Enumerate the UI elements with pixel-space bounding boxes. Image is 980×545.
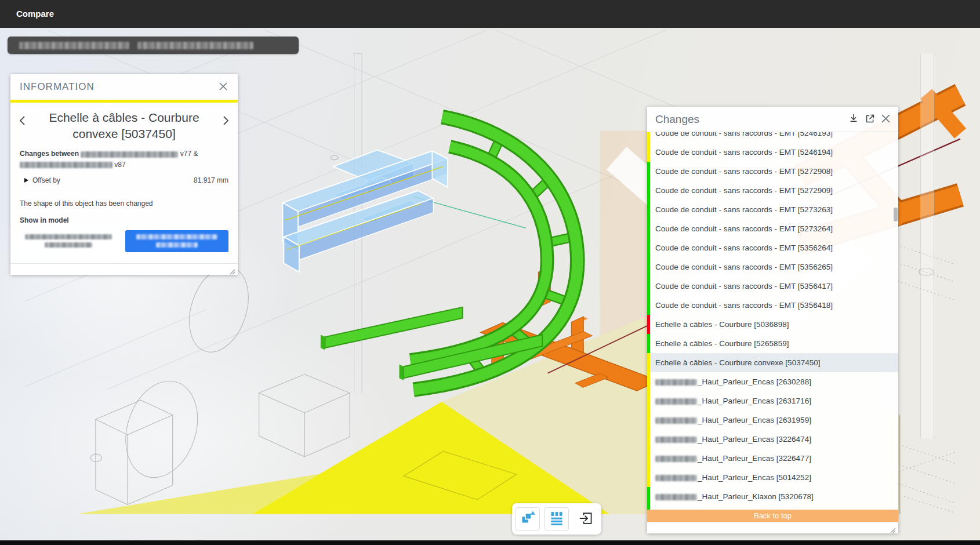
- next-object-button[interactable]: [222, 114, 231, 129]
- app-title: Compare: [0, 0, 980, 28]
- exit-compare-button[interactable]: [574, 507, 598, 531]
- changes-panel: Changes Coude de: [647, 107, 898, 533]
- change-row-label: _Haut_Parleur_Encas [3226474]: [655, 435, 811, 444]
- change-row-label: _Haut_Parleur_Encas [2631959]: [655, 416, 811, 424]
- change-row[interactable]: _Haut_Parleur_Encas [3226477]: [647, 449, 898, 468]
- compare-display-icon: [519, 510, 536, 529]
- show-in-model-buttons: [10, 224, 238, 252]
- model-versions-pill[interactable]: [8, 37, 299, 54]
- viewer-toolbar: [512, 503, 601, 535]
- object-title: Echelle à câbles - Courbure convexe [503…: [28, 110, 220, 141]
- status-indicator-yellow: [647, 143, 650, 162]
- status-indicator-green: [647, 296, 650, 315]
- status-indicator-yellow: [647, 410, 650, 430]
- change-row[interactable]: Coude de conduit - sans raccords - EMT […: [647, 200, 898, 219]
- change-row[interactable]: Echelle à câbles - Courbure [5265859]: [647, 334, 898, 353]
- close-information-button[interactable]: [218, 81, 228, 93]
- redacted-model-name-a: [19, 42, 129, 49]
- change-row[interactable]: Coude de conduit - sans raccords - EMT […: [647, 143, 898, 162]
- change-row-label: _Haut_Parleur_Encas [5014252]: [655, 473, 811, 482]
- change-row-label: _Haut_Parleur_Encas [3226477]: [655, 454, 811, 463]
- change-row[interactable]: _Haut_Parleur_Encas [2631959]: [647, 410, 898, 430]
- change-row-label: Coude de conduit - sans raccords - EMT […: [655, 282, 833, 290]
- status-indicator-yellow: [647, 132, 650, 143]
- change-row[interactable]: Coude de conduit - sans raccords - EMT […: [647, 162, 898, 181]
- download-changes-button[interactable]: [847, 112, 860, 126]
- change-row[interactable]: _Haut_Parleur_Encas [3226474]: [647, 430, 898, 449]
- change-row[interactable]: Coude de conduit - sans raccords - EMT […: [647, 257, 898, 277]
- change-row[interactable]: Echelle à câbles - Courbure [5036898]: [647, 315, 898, 334]
- resize-handle-icon[interactable]: [890, 525, 896, 531]
- changes-panel-title: Changes: [655, 113, 699, 126]
- offset-row[interactable]: Offset by 81.917 mm: [10, 170, 238, 184]
- status-indicator-green: [647, 200, 650, 219]
- bottom-edge-strip: [0, 540, 980, 545]
- change-row[interactable]: Coude de conduit - sans raccords - EMT […: [647, 277, 898, 296]
- change-row[interactable]: _Haut_Parleur_Encas [5014252]: [647, 468, 898, 487]
- change-row-label: Echelle à câbles - Courbure [5036898]: [655, 320, 789, 329]
- status-indicator-green: [647, 238, 650, 257]
- change-row[interactable]: Coude de conduit - sans raccords - EMT […: [647, 296, 898, 315]
- status-indicator-green: [647, 162, 650, 181]
- redacted-version-b: [20, 162, 112, 168]
- offset-value: 81.917 mm: [194, 176, 228, 184]
- redacted-button-label: [25, 234, 112, 239]
- show-in-model-label: Show in model: [10, 216, 238, 224]
- translucent-column: [921, 54, 934, 439]
- change-row-label: Coude de conduit - sans raccords - EMT […: [655, 244, 833, 252]
- change-row[interactable]: _Haut_Parleur_Klaxon [5320678]: [647, 487, 898, 506]
- change-row[interactable]: _Haut_Parleur_Encas [2631716]: [647, 391, 898, 410]
- show-version-b-button[interactable]: [125, 230, 228, 252]
- change-row-label: Coude de conduit - sans raccords - EMT […: [655, 224, 833, 233]
- expander-triangle-icon: [24, 178, 28, 183]
- status-indicator-yellow: [647, 468, 650, 487]
- back-to-top-button[interactable]: Back to top: [647, 510, 898, 522]
- change-row-label: Coude de conduit - sans raccords - EMT […: [655, 205, 833, 214]
- change-row-label: _Haut_Parleur_Klaxon [5320678]: [655, 492, 814, 501]
- status-indicator-yellow: [647, 372, 650, 391]
- chevron-left-icon: [19, 119, 26, 128]
- status-indicator-green: [647, 257, 650, 277]
- redacted-version-a: [81, 151, 178, 158]
- change-row-label: Echelle à câbles - Courbure convexe [503…: [655, 358, 820, 367]
- redacted-button-label: [156, 242, 198, 248]
- information-panel-header: INFORMATION: [10, 74, 238, 100]
- status-indicator-yellow: [647, 430, 650, 449]
- change-row[interactable]: Echelle à câbles - Courbure convexe [503…: [647, 353, 898, 372]
- change-row[interactable]: Coude de conduit - sans raccords - EMT […: [647, 219, 898, 238]
- resize-handle-icon[interactable]: [230, 267, 235, 272]
- redacted-prefix: [655, 398, 697, 405]
- information-panel: INFORMATION Echelle à câbles - Courbure …: [10, 74, 238, 275]
- change-list-icon: [548, 510, 565, 529]
- change-list-button[interactable]: [545, 507, 569, 531]
- old-position-object-blue[interactable]: [282, 150, 448, 272]
- redacted-prefix: [655, 475, 697, 481]
- change-row-label: Coude de conduit - sans raccords - EMT […: [655, 148, 833, 157]
- redacted-button-label: [136, 234, 217, 239]
- redacted-prefix: [655, 437, 697, 443]
- redacted-prefix: [655, 494, 697, 500]
- compare-display-mode-button[interactable]: [516, 507, 540, 531]
- close-changes-button[interactable]: [880, 113, 891, 126]
- change-row-label: Coude de conduit - sans raccords - EMT […: [655, 167, 833, 176]
- change-row[interactable]: Coude de conduit - sans raccords - EMT […: [647, 238, 898, 257]
- status-indicator-yellow: [647, 449, 650, 468]
- status-indicator-red: [647, 315, 650, 334]
- open-in-new-button[interactable]: [864, 112, 876, 126]
- redacted-prefix: [655, 417, 697, 424]
- change-row[interactable]: _Haut_Parleur_Encas [2630288]: [647, 372, 898, 391]
- change-row[interactable]: Coude de conduit - sans raccords - EMT […: [647, 181, 898, 200]
- change-row-label: Coude de conduit - sans raccords - EMT […: [655, 301, 833, 310]
- change-row[interactable]: Coude de conduit - sans raccords - EMT […: [647, 132, 898, 143]
- scrollbar-thumb[interactable]: [894, 208, 898, 221]
- change-row-label: Coude de conduit - sans raccords - EMT […: [655, 186, 833, 195]
- previous-object-button[interactable]: [17, 114, 27, 129]
- version-b-suffix: v87: [114, 161, 125, 169]
- show-version-a-button[interactable]: [20, 230, 117, 252]
- offset-label: Offset by: [32, 176, 60, 184]
- download-icon: [848, 113, 859, 125]
- redacted-prefix: [655, 456, 697, 462]
- compare-window: Compare INFORMATION Echelle à câbles - C…: [0, 0, 980, 545]
- change-row-label: Coude de conduit - sans raccords - EMT […: [655, 263, 833, 271]
- changes-between-label: Changes between: [20, 150, 79, 158]
